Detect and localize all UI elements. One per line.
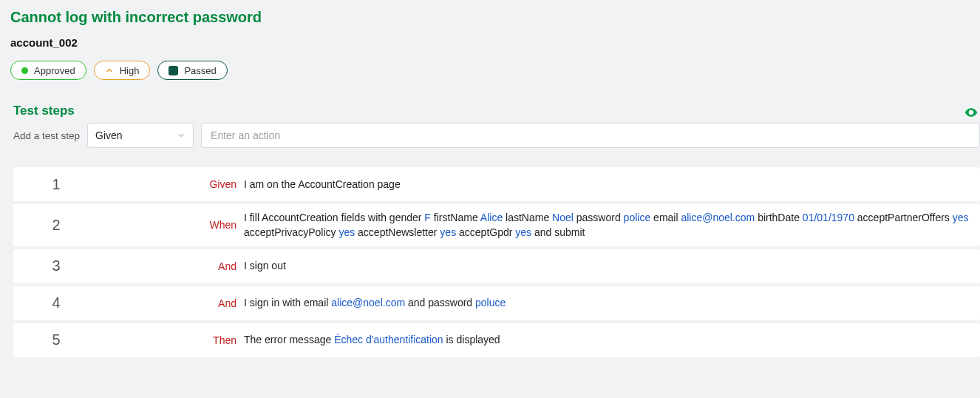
action-input[interactable]: [201, 123, 980, 148]
svg-point-0: [970, 111, 972, 113]
approved-label: Approved: [34, 65, 75, 76]
step-keyword: Then: [99, 334, 244, 346]
step-text-fragment: and password: [405, 297, 475, 308]
section-title: Test steps: [13, 104, 75, 118]
step-row[interactable]: 1GivenI am on the AccountCreation page: [13, 167, 980, 201]
visibility-toggle[interactable]: [964, 105, 979, 122]
step-param: poluce: [475, 297, 506, 308]
step-text: I fill AccountCreation fields with gende…: [244, 210, 980, 240]
passed-square-icon: [169, 66, 178, 75]
step-row[interactable]: 3AndI sign out: [13, 249, 980, 283]
step-row[interactable]: 5ThenThe error message Échec d'authentif…: [13, 323, 980, 357]
step-param: Noel: [552, 212, 574, 223]
case-identifier: account_002: [10, 36, 980, 49]
step-number: 1: [13, 176, 99, 193]
step-param: alice@noel.com: [681, 212, 755, 223]
step-keyword: Given: [99, 178, 244, 190]
step-keyword-select[interactable]: Given: [87, 123, 194, 148]
step-param: Échec d'authentification: [334, 334, 443, 345]
step-text-fragment: I sign out: [244, 260, 286, 271]
step-text-fragment: acceptPartnerOffers: [854, 212, 953, 223]
step-keyword: And: [99, 260, 244, 272]
step-param: yes: [338, 226, 355, 238]
step-row[interactable]: 4AndI sign in with email alice@noel.com …: [13, 286, 980, 320]
step-text-fragment: email: [650, 212, 681, 223]
step-text-fragment: acceptNewsletter: [355, 226, 440, 238]
step-text-fragment: The error message: [244, 334, 334, 345]
step-text-fragment: acceptPrivacyPolicy: [244, 226, 338, 238]
add-step-row: Add a test step Given: [10, 123, 980, 148]
approved-pill[interactable]: Approved: [10, 61, 86, 80]
step-text: The error message Échec d'authentificati…: [244, 332, 980, 347]
step-text-fragment: acceptGpdr: [456, 226, 515, 238]
step-text-fragment: lastName: [503, 212, 552, 223]
status-pills: Approved High Passed: [10, 61, 980, 80]
priority-pill[interactable]: High: [94, 61, 151, 80]
step-keyword: And: [99, 297, 244, 309]
step-text-fragment: password: [574, 212, 624, 223]
step-text-fragment: birthDate: [755, 212, 803, 223]
step-keyword: When: [99, 219, 244, 231]
step-param: F: [424, 212, 431, 223]
chevron-down-icon: [177, 131, 186, 140]
step-number: 3: [13, 257, 99, 274]
step-param: yes: [440, 226, 456, 238]
step-param: Alice: [480, 212, 503, 223]
step-text: I sign out: [244, 258, 980, 273]
step-number: 4: [13, 294, 99, 311]
step-number: 5: [13, 331, 99, 348]
step-param: police: [624, 212, 651, 223]
step-param: alice@noel.com: [331, 297, 405, 308]
step-text-fragment: I sign in with email: [244, 297, 331, 308]
step-text-fragment: I am on the AccountCreation page: [244, 178, 401, 190]
step-param: 01/01/1970: [803, 212, 854, 223]
steps-list: 1GivenI am on the AccountCreation page2W…: [13, 167, 980, 357]
approved-dot-icon: [21, 67, 28, 74]
step-param: yes: [515, 226, 531, 238]
chevron-up-icon: [105, 66, 114, 75]
step-keyword-value: Given: [95, 129, 123, 141]
passed-pill[interactable]: Passed: [157, 61, 227, 80]
add-step-label: Add a test step: [13, 130, 80, 141]
step-text-fragment: firstName: [431, 212, 480, 223]
step-text-fragment: and submit: [531, 226, 585, 238]
step-param: yes: [953, 212, 969, 223]
priority-label: High: [120, 65, 140, 76]
passed-label: Passed: [184, 65, 216, 76]
step-number: 2: [13, 217, 99, 234]
step-row[interactable]: 2WhenI fill AccountCreation fields with …: [13, 204, 980, 246]
step-text-fragment: is displayed: [443, 334, 500, 345]
eye-icon: [964, 105, 979, 120]
page-title: Cannot log with incorrect password: [10, 9, 980, 26]
step-text: I sign in with email alice@noel.com and …: [244, 295, 980, 310]
step-text-fragment: I fill AccountCreation fields with gende…: [244, 212, 424, 223]
step-text: I am on the AccountCreation page: [244, 177, 980, 192]
